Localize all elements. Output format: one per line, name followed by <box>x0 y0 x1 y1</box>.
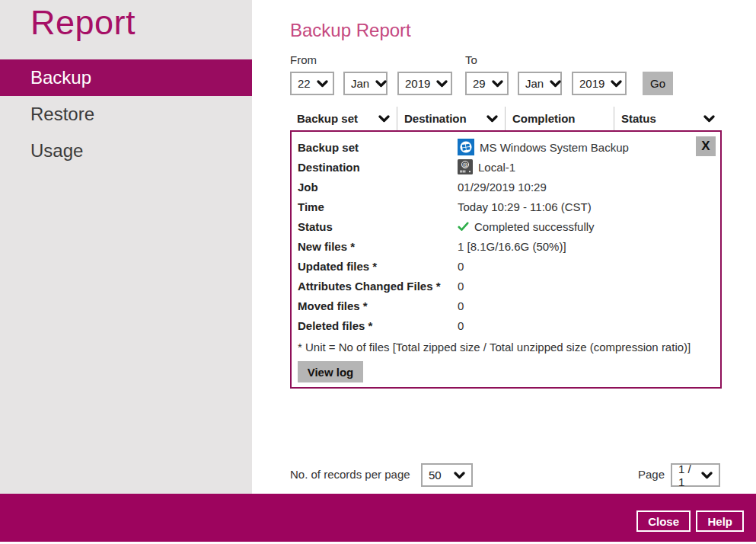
record-label: Moved files * <box>298 299 368 312</box>
record-label: Destination <box>298 161 360 174</box>
page-select[interactable]: 1 / 1 <box>671 463 720 487</box>
unit-footnote: * Unit = No of files [Total zipped size … <box>298 337 714 357</box>
sidebar-item-backup[interactable]: Backup <box>0 59 252 96</box>
record-label: Status <box>298 220 333 233</box>
column-backup-set[interactable]: Backup set <box>290 107 397 130</box>
to-label: To <box>465 53 477 66</box>
column-label: Completion <box>512 112 576 125</box>
time-range: Today 10:29 - 11:06 (CST) <box>458 200 592 213</box>
app-title: Report <box>30 3 136 43</box>
deleted-files-value: 0 <box>458 319 464 332</box>
svg-text:@: @ <box>462 162 468 168</box>
from-month-select[interactable]: Jan <box>343 72 388 95</box>
help-button[interactable]: Help <box>696 510 744 532</box>
close-button[interactable]: Close <box>636 510 691 532</box>
new-files-value: 1 [8.1G/16.6G (50%)] <box>458 240 566 253</box>
record-label: Backup set <box>298 141 359 154</box>
chevron-down-icon <box>378 112 390 125</box>
column-label: Status <box>621 112 656 125</box>
record-label: Job <box>298 181 318 194</box>
to-day-value: 29 <box>473 77 486 90</box>
footer-bar: Close Help <box>0 494 756 542</box>
destination-name: Local-1 <box>478 161 515 174</box>
chevron-down-icon <box>436 80 448 88</box>
view-log-button[interactable]: View log <box>298 361 363 382</box>
record-value: @ Local-1 <box>458 159 515 174</box>
record-row-status: Status Completed successfully <box>298 216 714 236</box>
record-value: MS Windows System Backup <box>458 139 629 155</box>
main-content: Backup Report From To 22 Jan 2019 29 Jan… <box>252 0 756 494</box>
record-label: Attributes Changed Files * <box>298 280 441 293</box>
backup-set-name: MS Windows System Backup <box>480 141 629 154</box>
record-row-destination: Destination @ Local-1 <box>298 157 714 177</box>
column-completion[interactable]: Completion <box>505 107 614 130</box>
record-value: 0 <box>458 280 464 293</box>
sidebar-nav: Backup Restore Usage <box>0 59 252 169</box>
report-detail-panel: X Backup set MS Windows System Backup De… <box>290 130 722 389</box>
record-row-updated-files: Updated files * 0 <box>298 256 714 276</box>
page-value: 1 / 1 <box>678 462 695 488</box>
record-label: Time <box>298 200 324 213</box>
chevron-down-icon <box>454 472 465 479</box>
record-value: 0 <box>458 260 464 273</box>
column-destination[interactable]: Destination <box>397 107 505 130</box>
from-day-value: 22 <box>298 77 311 90</box>
chevron-down-icon <box>375 80 387 88</box>
record-value: 1 [8.1G/16.6G (50%)] <box>458 240 566 253</box>
from-label: From <box>290 53 317 66</box>
go-button[interactable]: Go <box>643 72 673 95</box>
record-row-time: Time Today 10:29 - 11:06 (CST) <box>298 197 714 216</box>
pagination-bar: No. of records per page 50 Page 1 / 1 <box>252 463 756 487</box>
check-icon <box>458 222 469 232</box>
record-row-deleted-files: Deleted files * 0 <box>298 315 714 335</box>
job-datetime: 01/29/2019 10:29 <box>458 181 547 194</box>
sidebar: Report Backup Restore Usage <box>0 0 252 494</box>
chevron-down-icon <box>611 80 622 88</box>
record-row-new-files: New files * 1 [8.1G/16.6G (50%)] <box>298 236 714 256</box>
sidebar-item-usage[interactable]: Usage <box>0 133 252 169</box>
from-year-select[interactable]: 2019 <box>397 72 452 95</box>
record-row-attributes-changed: Attributes Changed Files * 0 <box>298 276 714 296</box>
to-day-select[interactable]: 29 <box>465 72 509 95</box>
from-year-value: 2019 <box>405 77 430 90</box>
status-text: Completed successfully <box>474 220 595 233</box>
records-per-page-select[interactable]: 50 <box>421 463 473 487</box>
chevron-down-icon <box>317 80 328 88</box>
record-value: 0 <box>458 319 464 332</box>
column-header-row: Backup set Destination Completion Status <box>290 107 722 130</box>
record-value: 0 <box>458 299 464 312</box>
to-month-select[interactable]: Jan <box>518 72 562 95</box>
moved-files-value: 0 <box>458 299 464 312</box>
chevron-down-icon <box>550 80 561 88</box>
column-label: Backup set <box>297 112 358 125</box>
record-label: Deleted files * <box>298 319 372 332</box>
updated-files-value: 0 <box>458 260 464 273</box>
record-row-moved-files: Moved files * 0 <box>298 296 714 315</box>
chevron-down-icon <box>492 80 503 88</box>
to-month-value: Jan <box>525 77 544 90</box>
to-year-value: 2019 <box>579 77 604 90</box>
windows-icon <box>458 139 474 155</box>
records-per-page-value: 50 <box>429 469 442 482</box>
record-row-backup-set: Backup set MS Windows System Backup <box>298 137 714 157</box>
from-day-select[interactable]: 22 <box>290 72 334 95</box>
to-year-select[interactable]: 2019 <box>572 72 627 95</box>
column-status[interactable]: Status <box>614 107 722 130</box>
record-row-job: Job 01/29/2019 10:29 <box>298 177 714 197</box>
record-value: Today 10:29 - 11:06 (CST) <box>458 200 592 213</box>
sidebar-item-restore[interactable]: Restore <box>0 96 252 133</box>
record-value: Completed successfully <box>458 220 595 233</box>
from-month-value: Jan <box>351 77 369 90</box>
records-per-page-label: No. of records per page <box>290 468 410 481</box>
page-label: Page <box>638 468 665 481</box>
column-label: Destination <box>404 112 467 125</box>
record-label: New files * <box>298 240 355 253</box>
record-value: 01/29/2019 10:29 <box>458 181 547 194</box>
page-title: Backup Report <box>290 20 411 41</box>
chevron-down-icon <box>486 112 498 125</box>
chevron-down-icon <box>703 112 715 125</box>
local-drive-icon: @ <box>458 159 473 174</box>
record-rows: Backup set MS Windows System Backup Dest… <box>298 137 714 382</box>
chevron-down-icon <box>701 472 713 479</box>
record-label: Updated files * <box>298 260 377 273</box>
